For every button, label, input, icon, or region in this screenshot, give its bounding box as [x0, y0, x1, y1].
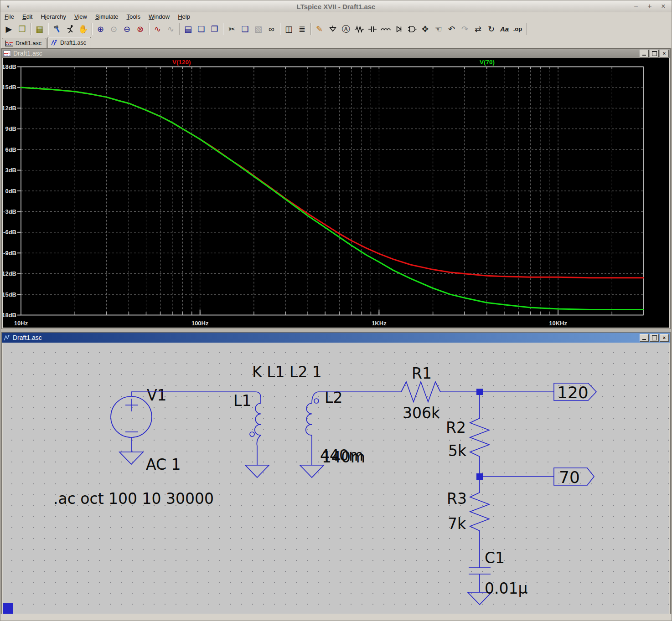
- menu-hierarchy[interactable]: Hierarchy: [36, 13, 70, 21]
- schematic-close-button[interactable]: ×: [660, 334, 669, 342]
- l1-name[interactable]: L1: [233, 392, 251, 410]
- print-button[interactable]: ≣: [295, 22, 309, 36]
- maximize-button[interactable]: +: [646, 2, 653, 10]
- c1-name[interactable]: C1: [485, 549, 505, 567]
- mdi-area: Draft1.asc × 18dB15dB12dB9dB6dB3dB0dB-3d…: [0, 48, 672, 614]
- close-button[interactable]: ×: [660, 2, 667, 10]
- component-r1-resistor[interactable]: R1 306k: [401, 364, 440, 422]
- draw-wire-button[interactable]: ✎: [313, 22, 326, 36]
- schematic-minimize-button[interactable]: [640, 334, 649, 342]
- inductor-value-back[interactable]: 140m: [322, 448, 365, 466]
- trace-label-v120[interactable]: V(120): [172, 59, 191, 66]
- menu-window[interactable]: Window: [145, 13, 174, 21]
- tile-horizontally-button[interactable]: ▤: [181, 22, 195, 36]
- find-button[interactable]: ∞: [265, 22, 278, 36]
- junction-node[interactable]: [476, 473, 483, 480]
- tab-waveform-draft1[interactable]: Draft1.asc: [2, 38, 47, 48]
- component-r2-resistor[interactable]: R2 5k: [446, 395, 489, 473]
- v1-name[interactable]: V1: [147, 386, 167, 404]
- c1-value[interactable]: 0.01µ: [485, 580, 527, 597]
- place-inductor-button[interactable]: [379, 22, 392, 36]
- component-l1-inductor[interactable]: L1: [233, 392, 269, 477]
- halt-hand-icon: ✋: [78, 25, 88, 33]
- place-diode-button[interactable]: [392, 22, 405, 36]
- plot-canvas[interactable]: 18dB15dB12dB9dB6dB3dB0dB-3dB-6dB-9dB-12d…: [3, 58, 669, 328]
- move-button[interactable]: ✥: [419, 22, 432, 36]
- r2-value[interactable]: 5k: [448, 442, 467, 460]
- tab-schematic-draft1[interactable]: Draft1.asc: [47, 37, 91, 48]
- copy-button[interactable]: ❑: [238, 22, 252, 36]
- minimize-button[interactable]: −: [632, 2, 640, 10]
- trace-V(70)[interactable]: [21, 87, 644, 310]
- schematic-maximize-button[interactable]: [650, 334, 659, 342]
- ac-analysis-directive[interactable]: .ac oct 100 10 30000: [53, 490, 214, 508]
- menu-tools[interactable]: Tools: [123, 13, 145, 21]
- plot-maximize-button[interactable]: [650, 50, 659, 57]
- maximize-icon: [652, 335, 657, 340]
- halt-button: ✋: [77, 22, 90, 36]
- junction-node[interactable]: [476, 389, 483, 395]
- undo-button[interactable]: ↶: [445, 22, 458, 36]
- drag-hand-icon: ☜: [434, 25, 442, 33]
- component-r3-resistor[interactable]: R3 7k: [447, 480, 489, 568]
- schematic-window-titlebar[interactable]: Draft1.asc ×: [2, 333, 670, 343]
- menu-file[interactable]: File: [0, 13, 18, 21]
- window-menu-arrow-icon[interactable]: ▾: [7, 4, 10, 10]
- print-preview-button[interactable]: ◫: [282, 22, 295, 36]
- waveform-icon: ∿: [154, 25, 161, 33]
- net-flag-120[interactable]: 120: [483, 383, 596, 402]
- place-component-button[interactable]: [405, 22, 419, 36]
- place-resistor-button[interactable]: [352, 22, 366, 36]
- r2-name[interactable]: R2: [446, 419, 466, 436]
- y-axis-tick-label: -12dB: [3, 270, 16, 277]
- rotate-icon: ↻: [488, 25, 495, 33]
- bode-plot[interactable]: 18dB15dB12dB9dB6dB3dB0dB-3dB-6dB-9dB-12d…: [3, 58, 668, 328]
- r3-value[interactable]: 7k: [448, 515, 466, 533]
- menu-simulate[interactable]: Simulate: [91, 13, 123, 21]
- rotate-button[interactable]: ↻: [485, 22, 498, 36]
- zoom-out-button[interactable]: ⊖: [120, 22, 134, 36]
- open-folder-icon: ❒: [18, 25, 26, 33]
- zoom-in-button[interactable]: ⊕: [94, 22, 107, 36]
- place-net-label-button[interactable]: Ⓐ: [339, 22, 352, 36]
- menu-help[interactable]: Help: [174, 13, 194, 21]
- new-schematic-button[interactable]: ▶: [2, 22, 16, 36]
- trace-V(120)[interactable]: [21, 87, 644, 278]
- control-panel-button[interactable]: [50, 22, 63, 36]
- plot-minimize-button[interactable]: [640, 50, 649, 57]
- place-capacitor-button[interactable]: [366, 22, 379, 36]
- net-flag-label[interactable]: 70: [559, 468, 580, 487]
- schematic-canvas[interactable]: V1 AC 1 L1: [3, 343, 669, 614]
- save-button[interactable]: ▦: [33, 22, 46, 36]
- diode-icon: [394, 25, 403, 34]
- tile-vertically-button[interactable]: ❏: [195, 22, 208, 36]
- cascade-windows-button[interactable]: ❐: [208, 22, 221, 36]
- mirror-button[interactable]: ⇄: [471, 22, 485, 36]
- spice-directive-button[interactable]: .op: [511, 22, 524, 36]
- component-c1-capacitor[interactable]: C1 0.01µ: [468, 549, 527, 605]
- r1-name[interactable]: R1: [412, 364, 432, 382]
- v1-value[interactable]: AC 1: [146, 456, 181, 473]
- menu-edit[interactable]: Edit: [18, 13, 36, 21]
- place-ground-button[interactable]: [326, 22, 339, 36]
- plot-close-button[interactable]: ×: [660, 50, 669, 57]
- plot-window-titlebar[interactable]: Draft1.asc ×: [2, 49, 670, 58]
- y-axis-tick-label: -6dB: [3, 229, 16, 236]
- menu-view[interactable]: View: [70, 13, 91, 21]
- run-button[interactable]: [63, 22, 77, 36]
- zoom-full-extents-button[interactable]: ⊗: [134, 22, 147, 36]
- open-button[interactable]: ❒: [16, 22, 29, 36]
- cut-button[interactable]: ✂: [225, 22, 238, 36]
- l2-name[interactable]: L2: [325, 389, 342, 406]
- component-v1-voltage-source[interactable]: V1 AC 1: [111, 386, 181, 473]
- autorange-y-axis-button[interactable]: ∿: [151, 22, 164, 36]
- drag-button[interactable]: ☜: [432, 22, 445, 36]
- net-flag-label[interactable]: 120: [557, 383, 589, 402]
- coupling-directive[interactable]: K L1 L2 1: [252, 363, 322, 381]
- trace-label-v70[interactable]: V(70): [480, 59, 495, 66]
- component-l2-inductor[interactable]: L2 440m 140m: [300, 389, 365, 477]
- r1-value[interactable]: 306k: [403, 404, 440, 422]
- r3-name[interactable]: R3: [447, 490, 467, 508]
- text-button[interactable]: Aa: [498, 22, 511, 36]
- net-flag-70[interactable]: 70: [483, 468, 594, 487]
